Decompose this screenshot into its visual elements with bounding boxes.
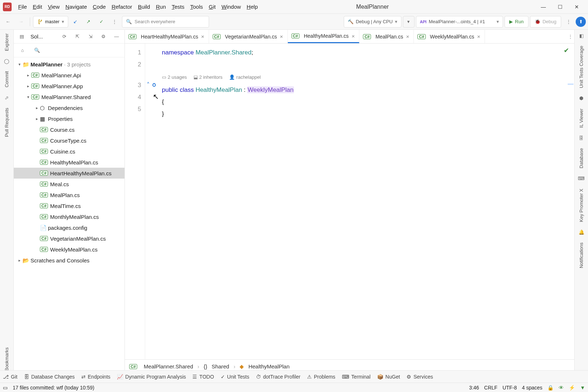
- pull-requests-tool-tab[interactable]: Pull Requests: [4, 106, 9, 139]
- bottom-database-changes[interactable]: 🗄Database Changes: [24, 374, 75, 380]
- bottom-unit-tests[interactable]: ✓Unit Tests: [221, 374, 249, 380]
- menu-code[interactable]: Code: [90, 2, 109, 11]
- bottom-nuget[interactable]: 📦NuGet: [377, 374, 400, 380]
- code-content[interactable]: namespace MealPlanner.Shared; ▭ 2 usages…: [159, 44, 574, 359]
- menu-navigate[interactable]: Navigate: [62, 2, 90, 11]
- code-lens[interactable]: ▭ 2 usages ⬓ 2 inheritors 👤 rachelappel: [162, 70, 574, 84]
- inheritors-lens[interactable]: ⬓ 2 inheritors: [193, 71, 222, 83]
- bottom-endpoints[interactable]: ⇄Endpoints: [81, 374, 110, 380]
- menu-edit[interactable]: Edit: [30, 2, 45, 11]
- explorer-tool-tab[interactable]: Explorer: [4, 31, 9, 53]
- close-tab-button[interactable]: ×: [351, 33, 356, 39]
- menu-refactor[interactable]: Refactor: [109, 2, 135, 11]
- menu-view[interactable]: View: [45, 2, 62, 11]
- tree-file-hearthealthymealplan-cs[interactable]: C#HeartHealthyMealPlan.cs: [14, 168, 124, 179]
- tree-file-monthlymealplan-cs[interactable]: C#MonthlyMealPlan.cs: [14, 211, 124, 222]
- tree-file-coursetype-cs[interactable]: C#CourseType.cs: [14, 135, 124, 146]
- toolbar-more-button[interactable]: ⋮: [563, 16, 574, 28]
- author-lens[interactable]: 👤 rachelappel: [229, 71, 261, 83]
- tree-file-weeklymealplan-cs[interactable]: C#WeeklyMealPlan.cs: [14, 244, 124, 255]
- pull-requests-tool-icon[interactable]: ⬀: [3, 93, 11, 102]
- menu-help[interactable]: Help: [244, 2, 261, 11]
- usages-lens[interactable]: ▭ 2 usages: [162, 71, 187, 83]
- close-window-button[interactable]: ✕: [568, 1, 585, 12]
- explorer-collapse-button[interactable]: ⇲: [85, 31, 96, 42]
- error-stripe[interactable]: [568, 83, 573, 85]
- notifications-tool-tab[interactable]: Notifications: [579, 240, 584, 270]
- vcs-more-button[interactable]: ⋮: [109, 16, 121, 28]
- maximize-button[interactable]: ☐: [552, 1, 568, 12]
- explorer-search-button[interactable]: 🔍: [31, 45, 43, 56]
- coverage-tool-icon[interactable]: ◧: [577, 31, 586, 40]
- vcs-commit-button[interactable]: ↗: [83, 16, 94, 28]
- readonly-lock-icon[interactable]: 🔒: [547, 385, 554, 391]
- tree-file-healthymealplan-cs[interactable]: C#HealthyMealPlan.cs: [14, 157, 124, 168]
- tree-file-mealplan-cs[interactable]: C#MealPlan.cs: [14, 189, 124, 200]
- bottom-terminal[interactable]: ⌨Terminal: [342, 374, 371, 380]
- explorer-settings-button[interactable]: ⚙: [98, 31, 109, 42]
- search-everywhere[interactable]: 🔍 Search everywhere: [122, 16, 209, 28]
- commit-tool-icon[interactable]: ◯: [3, 57, 11, 65]
- bookmarks-tool-tab[interactable]: Bookmarks: [4, 345, 9, 373]
- close-tab-button[interactable]: ×: [476, 33, 481, 40]
- explorer-expand-button[interactable]: ⇱: [72, 31, 83, 42]
- tree-file-meal-cs[interactable]: C#Meal.cs: [14, 179, 124, 189]
- menu-window[interactable]: Window: [219, 2, 244, 11]
- close-tab-button[interactable]: ×: [279, 33, 284, 40]
- bottom-dottrace-profiler[interactable]: ⏱dotTrace Profiler: [256, 374, 301, 380]
- commit-tool-tab[interactable]: Commit: [4, 69, 9, 90]
- bottom-problems[interactable]: ⚠Problems: [307, 374, 335, 380]
- inspection-ok-icon[interactable]: ✔: [564, 46, 569, 54]
- menu-build[interactable]: Build: [135, 2, 153, 11]
- tree-folder-dependencies[interactable]: ▸⬡Dependencies: [14, 102, 124, 113]
- shield-icon[interactable]: ▼: [580, 385, 585, 391]
- tab-weeklymealplan-cs[interactable]: C#WeeklyMealPlan.cs×: [414, 30, 485, 43]
- bottom-todo[interactable]: ☰TODO: [192, 374, 214, 380]
- menu-file[interactable]: File: [15, 2, 30, 11]
- indent-setting[interactable]: 4 spaces: [522, 385, 542, 391]
- close-tab-button[interactable]: ×: [405, 33, 410, 40]
- power-save-icon[interactable]: ⚡: [569, 385, 575, 391]
- run-button[interactable]: ▶ Run: [505, 16, 528, 28]
- tree-folder-properties[interactable]: ▸▦Properties: [14, 113, 124, 124]
- tree-file-mealtime-cs[interactable]: C#MealTime.cs: [14, 200, 124, 211]
- bottom-git[interactable]: ⎇Git: [3, 374, 17, 380]
- vcs-update-button[interactable]: ↙: [70, 16, 81, 28]
- tree-project-mealplanner-api[interactable]: ▸C#MealPlanner.Api: [14, 70, 124, 81]
- close-tab-button[interactable]: ×: [200, 33, 205, 40]
- inspection-eye-icon[interactable]: 👁: [559, 385, 564, 391]
- tab-hearthealthymealplan-cs[interactable]: C#HeartHealthyMealPlan.cs×: [125, 30, 209, 43]
- build-button[interactable]: ▾: [403, 16, 415, 28]
- file-encoding[interactable]: UTF-8: [502, 385, 517, 391]
- il-viewer-tool-tab[interactable]: IL Viewer: [579, 106, 584, 130]
- tree-file-packages-config[interactable]: 📄packages.config: [14, 222, 124, 233]
- explorer-home-button[interactable]: ⌂: [17, 45, 28, 56]
- debug-button[interactable]: 🐞 Debug: [530, 16, 561, 28]
- minimize-button[interactable]: —: [535, 1, 552, 12]
- back-button[interactable]: ←: [2, 16, 14, 28]
- tree-root[interactable]: ▾📁MealPlanner· 3 projects: [14, 59, 124, 70]
- database-tool-tab[interactable]: Database: [579, 146, 584, 171]
- keypromoter-tool-icon[interactable]: ⌨: [577, 174, 586, 183]
- run-config-selector[interactable]: API MealPlanner-...oints_4 | #1 ▾: [416, 16, 503, 28]
- explorer-sync-button[interactable]: ⟳: [58, 31, 70, 42]
- tree-file-cuisine-cs[interactable]: C#Cuisine.cs: [14, 146, 124, 157]
- forward-button[interactable]: →: [15, 16, 27, 28]
- keypromoter-tool-tab[interactable]: Key Promoter X: [579, 187, 584, 224]
- il-viewer-tool-icon[interactable]: ⬢: [577, 94, 586, 103]
- explorer-filter-icon[interactable]: ▤: [16, 31, 28, 42]
- tree-file-vegetarianmealplan-cs[interactable]: C#VegetarianMealPlan.cs: [14, 233, 124, 244]
- tab-vegetarianmealplan-cs[interactable]: C#VegetarianMealPlan.cs×: [209, 30, 288, 43]
- tree-project-mealplanner-shared[interactable]: ▾C#MealPlanner.Shared: [14, 91, 124, 102]
- explorer-hide-button[interactable]: —: [111, 31, 122, 42]
- tab-healthymealplan-cs[interactable]: C#HealthyMealPlan.cs×: [288, 30, 360, 43]
- code-editor[interactable]: 1 2 3 4 5 ˄ ⭘ namespace MealPlanner.Shar…: [125, 44, 574, 359]
- line-sep[interactable]: CRLF: [484, 385, 498, 391]
- coverage-tool-tab[interactable]: Unit Tests Coverage: [579, 44, 584, 90]
- menu-tests[interactable]: Tests: [169, 2, 187, 11]
- tree-scratches[interactable]: ▸📂Scratches and Consoles: [14, 255, 124, 266]
- code-with-me-button[interactable]: ⬆: [576, 17, 586, 27]
- menu-run[interactable]: Run: [153, 2, 169, 11]
- tabs-more-button[interactable]: ⋮: [568, 30, 573, 43]
- status-icon[interactable]: ▭: [3, 385, 8, 391]
